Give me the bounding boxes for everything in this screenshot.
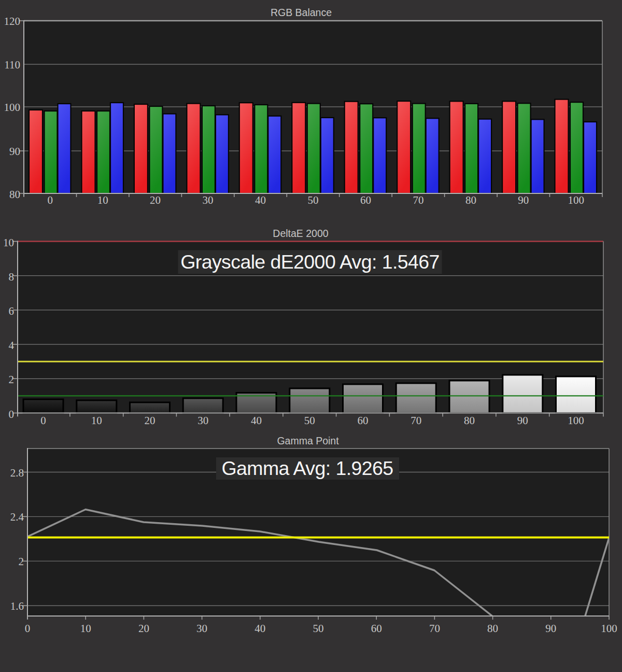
svg-text:50: 50 [308, 194, 319, 206]
svg-text:80: 80 [487, 622, 498, 635]
svg-text:50: 50 [304, 414, 315, 427]
svg-text:2.8: 2.8 [10, 467, 24, 479]
svg-text:100: 100 [568, 194, 585, 206]
svg-text:20: 20 [145, 414, 156, 427]
svg-text:30: 30 [197, 414, 208, 427]
svg-text:60: 60 [371, 622, 382, 635]
svg-text:80: 80 [9, 188, 20, 201]
svg-text:10: 10 [80, 622, 91, 635]
svg-text:40: 40 [255, 622, 265, 635]
svg-text:20: 20 [150, 194, 161, 206]
svg-text:30: 30 [196, 622, 207, 635]
svg-text:90: 90 [9, 145, 20, 158]
svg-text:90: 90 [545, 622, 556, 635]
svg-text:2: 2 [19, 555, 24, 568]
svg-text:Gamma Avg: 1.9265: Gamma Avg: 1.9265 [222, 457, 393, 479]
svg-text:0: 0 [25, 622, 31, 635]
svg-text:60: 60 [360, 194, 371, 206]
svg-text:0: 0 [9, 408, 15, 421]
svg-text:0: 0 [40, 414, 46, 427]
svg-text:100: 100 [568, 414, 584, 427]
svg-text:100: 100 [4, 101, 21, 114]
svg-text:90: 90 [517, 414, 528, 427]
svg-text:2.4: 2.4 [10, 511, 24, 523]
svg-text:60: 60 [358, 414, 369, 427]
svg-text:30: 30 [203, 194, 214, 206]
svg-text:40: 40 [255, 194, 266, 206]
svg-text:8: 8 [9, 271, 15, 283]
svg-text:10: 10 [3, 236, 14, 249]
svg-text:10: 10 [97, 194, 108, 206]
svg-text:100: 100 [601, 622, 617, 635]
svg-text:80: 80 [465, 194, 476, 206]
svg-text:6: 6 [9, 305, 15, 317]
svg-text:50: 50 [313, 622, 324, 635]
svg-text:2: 2 [9, 373, 15, 386]
svg-text:4: 4 [9, 339, 15, 352]
svg-text:RGB Balance: RGB Balance [271, 7, 332, 18]
svg-text:40: 40 [251, 414, 262, 427]
svg-text:80: 80 [464, 414, 475, 427]
svg-text:70: 70 [411, 414, 421, 427]
svg-text:DeltaE 2000: DeltaE 2000 [273, 228, 328, 239]
svg-text:Grayscale dE2000 Avg: 1.5467: Grayscale dE2000 Avg: 1.5467 [180, 251, 440, 273]
svg-text:0: 0 [47, 194, 53, 206]
svg-text:110: 110 [4, 59, 20, 71]
svg-text:Gamma Point: Gamma Point [277, 435, 339, 446]
svg-text:70: 70 [429, 622, 440, 635]
svg-text:70: 70 [413, 194, 423, 206]
svg-text:10: 10 [91, 414, 102, 427]
svg-text:90: 90 [518, 194, 529, 206]
svg-text:120: 120 [4, 15, 21, 27]
svg-text:20: 20 [138, 622, 149, 635]
svg-text:1.6: 1.6 [10, 600, 24, 612]
